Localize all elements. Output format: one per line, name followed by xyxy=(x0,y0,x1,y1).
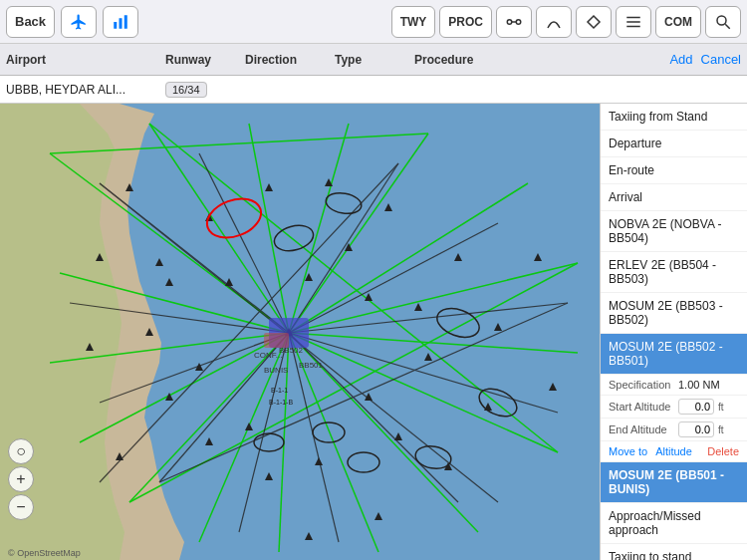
rp-start-alt-input[interactable] xyxy=(678,399,714,415)
sub-actions: Add Cancel xyxy=(669,52,741,67)
right-panel: Taxiing from Stand Departure En-route Ar… xyxy=(600,104,747,560)
toolbar: Back TWY PROC COM xyxy=(0,0,747,44)
zoom-out-button[interactable]: − xyxy=(8,494,34,520)
rp-spec-label: Specification xyxy=(609,379,678,391)
rp-nobva-2e[interactable]: NOBVA 2E (NOBVA - BB504) xyxy=(601,211,747,252)
rp-delete-button[interactable]: Delete xyxy=(707,445,739,457)
subtoolbar: Airport Runway Direction Type Procedure … xyxy=(0,44,747,76)
proc-button[interactable]: PROC xyxy=(439,6,492,38)
main-area: BB502 BB501 BUNIS CONF... B-1-1 B-1-1-B … xyxy=(0,104,747,560)
rp-taxiing-from-stand[interactable]: Taxiing from Stand xyxy=(601,104,747,131)
svg-text:B-1-1: B-1-1 xyxy=(271,387,288,394)
rp-erlev-2e[interactable]: ERLEV 2E (BB504 - BB503) xyxy=(601,252,747,293)
search-button[interactable] xyxy=(705,6,741,38)
col-type-header: Type xyxy=(335,53,414,67)
svg-point-4 xyxy=(516,19,521,24)
twy-button[interactable]: TWY xyxy=(391,6,436,38)
zoom-in-button[interactable]: + xyxy=(8,466,34,492)
svg-point-3 xyxy=(507,19,512,24)
rp-specification-row: Specification 1.00 NM xyxy=(601,375,747,396)
rp-actions-row: Move to Altitude Delete xyxy=(601,441,747,462)
map-area[interactable]: BB502 BB501 BUNIS CONF... B-1-1 B-1-1-B … xyxy=(0,104,600,560)
airport-value[interactable]: UBBB, HEYDAR ALI... xyxy=(6,83,165,97)
zoom-circle-button[interactable]: ○ xyxy=(8,438,34,464)
rp-altitude-button[interactable]: Altitude xyxy=(655,445,692,457)
rp-start-alt-label: Start Altitude xyxy=(609,401,678,413)
chart-button[interactable] xyxy=(103,6,138,38)
svg-text:B-1-1-B: B-1-1-B xyxy=(269,399,293,406)
col-direction-header: Direction xyxy=(245,53,335,67)
map-zoom-controls: ○ + − xyxy=(8,438,34,520)
svg-text:BB501: BB501 xyxy=(299,361,324,370)
rp-taxiing-to-stand[interactable]: Taxiing to stand xyxy=(601,544,747,560)
rp-end-alt-label: End Altitude xyxy=(609,423,678,435)
svg-text:BB502: BB502 xyxy=(279,346,304,355)
rp-end-alt-unit: ft xyxy=(718,424,724,435)
rp-move-to-button[interactable]: Move to xyxy=(609,445,647,457)
rp-approach-missed[interactable]: Approach/Missed approach xyxy=(601,503,747,544)
add-button[interactable]: Add xyxy=(669,52,692,67)
col-airport-header: Airport xyxy=(6,53,165,67)
arc-button[interactable] xyxy=(536,6,572,38)
svg-line-10 xyxy=(725,24,730,29)
rp-start-alt-unit: ft xyxy=(718,402,724,413)
map-copyright: © OpenStreetMap xyxy=(8,548,81,558)
svg-point-9 xyxy=(717,16,726,25)
com-button[interactable]: COM xyxy=(655,6,701,38)
data-row: UBBB, HEYDAR ALI... 16/34 xyxy=(0,76,747,104)
right-toolbar-group: TWY PROC COM xyxy=(391,6,741,38)
rp-end-alt-input[interactable] xyxy=(678,421,714,437)
waypoint-button[interactable] xyxy=(576,6,612,38)
rp-mosum-2e-selected[interactable]: MOSUM 2E (BB502 - BB501) xyxy=(601,334,747,375)
menu-button[interactable] xyxy=(616,6,651,38)
rp-en-route[interactable]: En-route xyxy=(601,157,747,184)
cancel-button[interactable]: Cancel xyxy=(701,52,741,67)
rp-start-altitude-row: Start Altitude ft xyxy=(601,396,747,419)
rp-mosum-2e-bb503[interactable]: MOSUM 2E (BB503 - BB502) xyxy=(601,293,747,334)
route-button[interactable] xyxy=(496,6,532,38)
rp-end-altitude-row: End Altitude ft xyxy=(601,419,747,441)
rp-spec-value: 1.00 NM xyxy=(678,379,739,391)
col-procedure-header: Procedure xyxy=(414,53,534,67)
rp-departure[interactable]: Departure xyxy=(601,131,747,157)
map-svg: BB502 BB501 BUNIS CONF... B-1-1 B-1-1-B xyxy=(0,104,600,560)
svg-rect-1 xyxy=(120,18,123,29)
svg-text:BUNIS: BUNIS xyxy=(264,366,288,375)
svg-rect-0 xyxy=(114,22,117,29)
airplane-button[interactable] xyxy=(61,6,97,38)
svg-rect-2 xyxy=(124,15,127,29)
svg-text:CONF...: CONF... xyxy=(254,351,282,360)
col-runway-header: Runway xyxy=(165,53,245,67)
runway-value: 16/34 xyxy=(165,83,245,97)
rp-mosum-2e-bunis[interactable]: MOSUM 2E (BB501 - BUNIS) xyxy=(601,462,747,503)
back-button[interactable]: Back xyxy=(6,6,55,38)
rp-arrival[interactable]: Arrival xyxy=(601,184,747,211)
